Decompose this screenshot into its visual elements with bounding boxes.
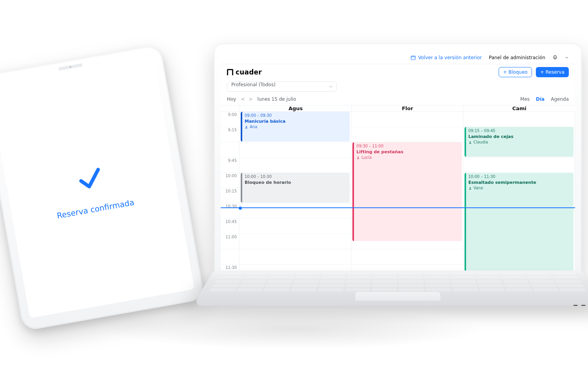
time-label	[221, 249, 239, 265]
topbar: Volver a la versión anterior Panel de ad…	[221, 51, 575, 64]
calendar-event[interactable]: 09:00 – 09:30Manicuría básicaAna	[241, 112, 350, 142]
add-block-button[interactable]: + Bloqueo	[499, 67, 532, 77]
laptop-base	[198, 270, 588, 341]
time-label: 9:15	[221, 127, 239, 142]
confirmation-text: Reserva confirmada	[56, 198, 135, 220]
time-slot[interactable]	[351, 249, 463, 265]
calendar-subbar: Hoy < > lunes 15 de julio Mes Día Agenda	[221, 93, 575, 105]
time-label: 9:00	[221, 112, 239, 127]
calendar-icon	[410, 55, 416, 60]
calendar-event[interactable]: 09:15 – 09:45Laminado de cejasClaudia	[465, 127, 573, 157]
time-label	[221, 142, 239, 158]
event-attendee: Ana	[245, 125, 347, 130]
trackpad	[355, 292, 441, 301]
event-title: Manicuría básica	[245, 119, 347, 124]
bell-icon[interactable]	[552, 55, 558, 60]
time-label: 10:00	[221, 173, 239, 188]
event-time: 09:30 – 11:00	[356, 144, 458, 149]
prev-day-button[interactable]: <	[241, 96, 245, 102]
time-gutter: 9:009:159:4510:0010:1510:3010:4511:0011:…	[221, 112, 240, 271]
current-date: lunes 15 de julio	[258, 96, 296, 102]
event-attendee: Lucía	[356, 155, 458, 160]
calendar-event[interactable]: 10:00 – 10:30Bloqueo de horario	[241, 173, 350, 203]
professional-select-value: Profesional (Todos)	[231, 82, 276, 87]
event-title: Laminado de cejas	[468, 134, 570, 140]
brand-logo-icon	[227, 69, 233, 75]
filter-bar: Profesional (Todos)	[221, 80, 575, 93]
tablet-screen: Reserva confirmada	[0, 58, 194, 318]
event-time: 10:00 – 11:30	[468, 174, 570, 180]
event-title: Bloqueo de horario	[245, 180, 347, 185]
date-nav: < >	[241, 96, 252, 102]
view-day[interactable]: Día	[536, 96, 544, 102]
calendar-event[interactable]: 09:30 – 11:00Lifting de pestañasLucía	[352, 142, 461, 241]
event-time: 10:00 – 10:30	[245, 174, 347, 180]
time-slot[interactable]	[351, 127, 463, 142]
svg-rect-0	[411, 56, 415, 59]
time-slot[interactable]	[240, 219, 351, 234]
chevron-down-icon	[328, 84, 333, 89]
professional-select[interactable]: Profesional (Todos)	[227, 82, 337, 92]
time-slot[interactable]	[351, 112, 463, 127]
time-label: 10:30	[221, 203, 239, 219]
view-switch: Mes Día Agenda	[520, 96, 569, 102]
ports	[573, 305, 588, 307]
checkmark-icon	[71, 159, 109, 197]
chevron-down-icon[interactable]	[565, 56, 569, 60]
time-slot[interactable]	[463, 158, 575, 173]
time-label: 9:45	[221, 158, 239, 173]
event-title: Esmaltado semipermanente	[468, 180, 570, 185]
event-attendee: Claudia	[468, 140, 570, 145]
calendar: Agus Flor Cami 9:009:159:4510:0010:1510:…	[221, 105, 575, 271]
column-header: Cami	[463, 105, 575, 111]
time-slot[interactable]	[240, 234, 351, 249]
brand-name: cuader	[236, 68, 262, 76]
day-column[interactable]: 09:00 – 09:30Manicuría básicaAna10:00 – …	[240, 112, 351, 271]
brand: cuader	[227, 68, 262, 76]
previous-version-link[interactable]: Volver a la versión anterior	[410, 55, 482, 60]
calendar-event[interactable]: 10:00 – 11:30Esmaltado semipermanenteVan…	[465, 173, 573, 271]
time-label: 11:00	[221, 234, 239, 249]
time-slot[interactable]	[240, 158, 351, 173]
keyboard	[209, 273, 586, 292]
day-column[interactable]: 09:15 – 09:45Laminado de cejasClaudia10:…	[463, 112, 575, 271]
time-label: 10:15	[221, 188, 239, 203]
time-label: 10:45	[221, 219, 239, 234]
event-time: 09:00 – 09:30	[245, 113, 347, 118]
admin-panel-link[interactable]: Panel de administración	[489, 55, 545, 60]
time-slot[interactable]	[240, 249, 351, 265]
view-month[interactable]: Mes	[520, 96, 530, 102]
laptop-lid: Volver a la versión anterior Panel de ad…	[214, 43, 582, 278]
time-slot[interactable]	[240, 203, 351, 219]
next-day-button[interactable]: >	[249, 96, 253, 102]
day-column[interactable]: 09:30 – 11:00Lifting de pestañasLucía	[351, 112, 463, 271]
event-time: 09:15 – 09:45	[468, 129, 570, 134]
app-header: cuader + Bloqueo + Reserva	[221, 64, 575, 80]
header-actions: + Bloqueo + Reserva	[499, 67, 569, 77]
current-time-indicator	[221, 207, 575, 208]
add-reservation-button[interactable]: + Reserva	[536, 67, 569, 77]
calendar-column-headers: Agus Flor Cami	[221, 105, 575, 112]
laptop-device: Volver a la versión anterior Panel de ad…	[214, 43, 582, 341]
tablet-device: Reserva confirmada	[0, 44, 205, 331]
view-agenda[interactable]: Agenda	[551, 96, 569, 102]
time-slot[interactable]	[463, 112, 575, 127]
column-header: Agus	[240, 105, 351, 111]
tablet-camera	[58, 63, 83, 71]
laptop-screen: Volver a la versión anterior Panel de ad…	[221, 51, 575, 271]
column-header: Flor	[351, 105, 463, 111]
event-title: Lifting de pestañas	[356, 149, 458, 155]
calendar-grid: 9:009:159:4510:0010:1510:3010:4511:0011:…	[221, 112, 575, 271]
previous-version-label: Volver a la versión anterior	[418, 55, 482, 60]
today-button[interactable]: Hoy	[227, 96, 236, 102]
event-attendee: Vane	[468, 186, 570, 191]
time-slot[interactable]	[240, 142, 351, 158]
